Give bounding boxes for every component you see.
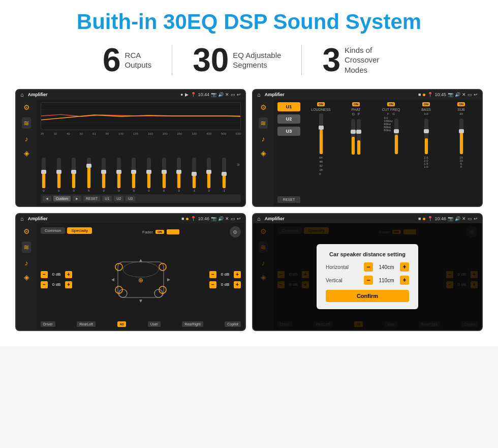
- btn-user[interactable]: User: [148, 321, 161, 327]
- svg-text:►: ►: [166, 277, 171, 282]
- settings-icon[interactable]: ⚙: [230, 226, 241, 237]
- fader-slider[interactable]: [167, 229, 179, 234]
- dialog-rect-icon: ▭: [468, 216, 472, 221]
- crossover-sidebar-icon1[interactable]: ⚙: [260, 103, 267, 111]
- crossover-reset-btn[interactable]: RESET: [277, 196, 300, 203]
- eq-close-icon: ✕: [225, 92, 229, 97]
- eq-slider-1[interactable]: 0: [57, 158, 61, 192]
- db-value-rl: 0 dB: [49, 282, 64, 287]
- svg-text:⊕: ⊕: [138, 277, 143, 284]
- on-badge-cutfreq[interactable]: ON: [387, 102, 395, 106]
- cutfreq-slider[interactable]: [394, 118, 398, 154]
- crossover-u3-btn[interactable]: U3: [277, 127, 300, 136]
- speaker-left-db: − 0 dB + − 0 dB +: [41, 240, 72, 319]
- eq-slider-7[interactable]: 0: [147, 158, 151, 192]
- eq-slider-0[interactable]: 0: [42, 158, 46, 192]
- dialog-plus-horizontal[interactable]: +: [400, 262, 409, 272]
- crossover-u1-btn[interactable]: U1: [277, 102, 300, 111]
- db-minus-fr[interactable]: −: [209, 271, 216, 278]
- on-badge-bass[interactable]: ON: [422, 102, 430, 106]
- db-minus-fl[interactable]: −: [41, 271, 48, 278]
- speaker-dot2: [186, 218, 189, 220]
- home-icon[interactable]: ⌂: [20, 92, 24, 98]
- eq-sidebar-icon1[interactable]: ⚙: [23, 103, 30, 111]
- stat-rca: 6 RCA Outputs: [82, 44, 172, 76]
- speaker-sidebar-icon1[interactable]: ⚙: [23, 227, 30, 235]
- eq-slider-5[interactable]: 0: [117, 158, 121, 192]
- eq-sidebar-icon2[interactable]: ≋: [22, 117, 31, 129]
- on-badge-phat[interactable]: ON: [352, 102, 360, 106]
- panel-loudness: ON LOUDNESS 64 48 32 16 0: [304, 102, 337, 203]
- eq-slider-4[interactable]: 0: [102, 158, 106, 192]
- speaker-sidebar-icon4[interactable]: ◈: [24, 273, 29, 281]
- eq-slider-12[interactable]: -1: [222, 158, 226, 192]
- eq-custom-btn[interactable]: Custom: [53, 196, 71, 201]
- eq-rect-icon: ▭: [231, 92, 235, 97]
- eq-slider-2[interactable]: 0: [72, 158, 76, 192]
- fader-on-badge[interactable]: ON: [155, 230, 164, 234]
- dialog-plus-vertical[interactable]: +: [400, 276, 409, 285]
- panel-sub: ON SUB 20 15 10 5 0: [445, 102, 478, 203]
- db-plus-rr[interactable]: +: [234, 281, 241, 288]
- eq-u2-btn[interactable]: U2: [114, 196, 123, 201]
- eq-slider-3[interactable]: 5: [87, 158, 91, 192]
- eq-slider-11[interactable]: 0: [207, 158, 211, 192]
- dialog-overlay: Car speaker distance setting Horizontal …: [253, 223, 482, 330]
- eq-arrow-icon[interactable]: »: [237, 162, 240, 167]
- crossover-sidebar-icon3[interactable]: ♪: [262, 135, 265, 143]
- dialog-label-horizontal: Horizontal: [326, 264, 356, 270]
- db-minus-rl[interactable]: −: [41, 281, 48, 288]
- speaker-home-icon[interactable]: ⌂: [20, 216, 24, 222]
- eq-slider-6[interactable]: 0: [132, 158, 136, 192]
- eq-sidebar-icon4[interactable]: ◈: [24, 149, 29, 157]
- loudness-slider[interactable]: [319, 113, 323, 154]
- crossover-home-icon[interactable]: ⌂: [257, 92, 261, 98]
- panel-phat: ON PHAT G F: [339, 102, 372, 203]
- btn-all[interactable]: All: [117, 321, 127, 327]
- on-badge-loudness[interactable]: ON: [317, 102, 325, 106]
- crossover-sidebar-icon4[interactable]: ◈: [261, 149, 266, 157]
- dialog-minus-vertical[interactable]: −: [364, 276, 373, 285]
- confirm-button[interactable]: Confirm: [326, 290, 409, 302]
- phat-slider-f[interactable]: [357, 119, 361, 155]
- eq-reset-btn[interactable]: RESET: [83, 196, 100, 201]
- eq-u3-btn[interactable]: U3: [126, 196, 135, 201]
- sub-slider[interactable]: [459, 118, 463, 154]
- tab-common[interactable]: Common: [41, 227, 65, 234]
- btn-driver[interactable]: Driver: [41, 321, 55, 327]
- dialog-minus-horizontal[interactable]: −: [364, 262, 373, 272]
- dialog-value-horizontal: 140cm: [375, 264, 398, 270]
- btn-rearright[interactable]: RearRight: [182, 321, 203, 327]
- eq-slider-8[interactable]: 0: [162, 158, 166, 192]
- crossover-time: 10:45: [434, 92, 446, 97]
- eq-slider-10[interactable]: -1: [192, 158, 196, 192]
- dialog-home-icon[interactable]: ⌂: [257, 216, 261, 222]
- db-minus-rr[interactable]: −: [209, 281, 216, 288]
- dialog-row-horizontal: Horizontal − 140cm +: [326, 262, 409, 272]
- eq-next-btn[interactable]: ►: [73, 196, 81, 201]
- btn-rearleft[interactable]: RearLeft: [77, 321, 96, 327]
- db-control-rr: − 0 dB +: [209, 281, 241, 288]
- crossover-content: ⚙ ≋ ♪ ◈ U1 U2 U3 RESET ON: [253, 99, 482, 206]
- phat-slider-g[interactable]: [351, 119, 355, 155]
- fader-label: Fader: [142, 230, 153, 234]
- speaker-sidebar-icon3[interactable]: ♪: [25, 259, 28, 267]
- db-plus-fr[interactable]: +: [234, 271, 241, 278]
- speaker-bottom-labels: Driver RearLeft All User RearRight Copil…: [41, 321, 241, 327]
- db-plus-fl[interactable]: +: [65, 271, 72, 278]
- crossover-screen: ⌂ Amplifier ■ 📍 10:45 📷 🔊 ✕ ▭ ↩ ⚙ ≋: [252, 89, 483, 207]
- speaker-sidebar-icon2[interactable]: ≋: [22, 242, 31, 253]
- eq-prev-btn[interactable]: ◄: [43, 196, 51, 201]
- crossover-sidebar-icon2[interactable]: ≋: [259, 117, 268, 129]
- db-plus-rl[interactable]: +: [65, 281, 72, 288]
- eq-play-icon: ▶: [185, 92, 189, 97]
- tab-specialty[interactable]: Specialty: [67, 227, 91, 234]
- crossover-u2-btn[interactable]: U2: [277, 114, 300, 124]
- btn-copilot[interactable]: Copilot: [225, 321, 241, 327]
- db-control-fl: − 0 dB +: [41, 271, 72, 278]
- eq-u1-btn[interactable]: U1: [102, 196, 112, 201]
- on-badge-sub[interactable]: ON: [457, 102, 465, 106]
- eq-sidebar-icon3[interactable]: ♪: [25, 135, 28, 143]
- bass-slider[interactable]: [424, 118, 428, 154]
- eq-slider-9[interactable]: 0: [177, 158, 181, 192]
